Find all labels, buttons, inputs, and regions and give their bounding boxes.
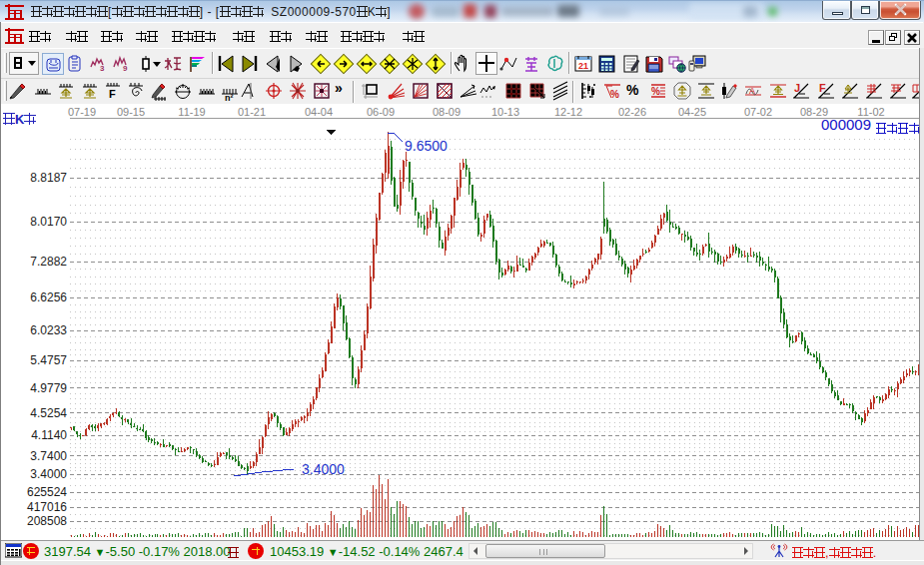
svg-text:3.7400: 3.7400 bbox=[30, 449, 67, 463]
svg-text:07-02: 07-02 bbox=[744, 106, 772, 118]
svg-text:8.8187: 8.8187 bbox=[30, 171, 67, 185]
svg-text:6.0233: 6.0233 bbox=[30, 323, 67, 337]
svg-text:04-25: 04-25 bbox=[678, 106, 706, 118]
svg-text:8.0170: 8.0170 bbox=[30, 215, 67, 229]
svg-text:A: A bbox=[749, 86, 755, 96]
svg-text:11-19: 11-19 bbox=[178, 106, 205, 118]
svg-text:F: F bbox=[109, 88, 116, 100]
svg-text:F: F bbox=[819, 82, 826, 94]
svg-text:12-12: 12-12 bbox=[554, 106, 582, 118]
svg-text:06-09: 06-09 bbox=[367, 106, 395, 118]
svg-text:4.1140: 4.1140 bbox=[31, 428, 67, 442]
svg-text:9: 9 bbox=[123, 64, 128, 73]
svg-text:02-26: 02-26 bbox=[618, 106, 646, 118]
svg-text:10-13: 10-13 bbox=[491, 106, 519, 118]
svg-text:%: % bbox=[651, 86, 660, 97]
svg-text:J: J bbox=[794, 82, 800, 94]
svg-text:4.9779: 4.9779 bbox=[30, 381, 67, 395]
svg-text:4.5254: 4.5254 bbox=[30, 406, 67, 420]
svg-text:08-09: 08-09 bbox=[433, 106, 461, 118]
svg-text:%: % bbox=[610, 89, 619, 100]
svg-text:3: 3 bbox=[100, 64, 105, 73]
svg-text:n²: n² bbox=[225, 93, 234, 101]
svg-text:6.6256: 6.6256 bbox=[30, 290, 67, 304]
svg-text:09-15: 09-15 bbox=[117, 106, 145, 118]
svg-text:9.6500: 9.6500 bbox=[405, 138, 448, 154]
svg-text:625524: 625524 bbox=[27, 485, 67, 499]
svg-text:3.4000: 3.4000 bbox=[302, 461, 345, 477]
svg-text:07-19: 07-19 bbox=[68, 106, 96, 118]
svg-text:3.4000: 3.4000 bbox=[30, 467, 67, 481]
svg-text:7.2882: 7.2882 bbox=[30, 255, 67, 269]
svg-text:208508: 208508 bbox=[27, 514, 67, 528]
svg-text:21: 21 bbox=[578, 61, 588, 71]
svg-text:000009: 000009 bbox=[821, 116, 871, 133]
svg-text:5.4757: 5.4757 bbox=[30, 353, 67, 367]
svg-text:04-04: 04-04 bbox=[305, 106, 333, 118]
svg-text:01-21: 01-21 bbox=[238, 106, 266, 118]
svg-text:417016: 417016 bbox=[27, 500, 67, 514]
